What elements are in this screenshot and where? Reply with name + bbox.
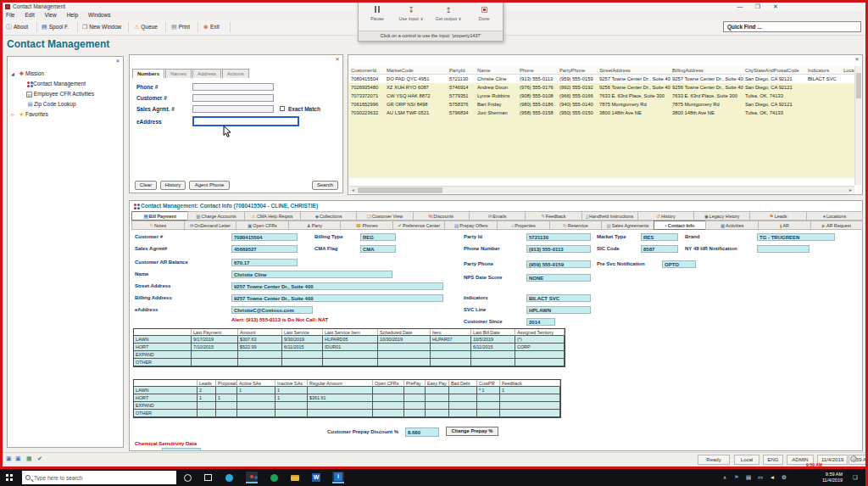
- exit-button[interactable]: ⊗Exit: [203, 21, 220, 33]
- search-panel-close-icon[interactable]: ✕: [334, 56, 341, 62]
- edge-browser-icon[interactable]: [223, 472, 235, 483]
- scroll-right-icon[interactable]: ►: [849, 187, 853, 194]
- eaddress-input[interactable]: [192, 116, 299, 126]
- market-type-value[interactable]: RES: [641, 233, 678, 241]
- tab-bill-payment[interactable]: ▤Bill Payment: [131, 211, 188, 221]
- tab-reservice[interactable]: ↻Reservice: [549, 221, 603, 230]
- billing-address-value[interactable]: 9257 Towne Center Dr., Suite 400: [231, 294, 443, 302]
- recorder-use-input-button[interactable]: ↧Use input ∨: [394, 4, 428, 21]
- tab-charge-accounts[interactable]: ▦Charge Accounts: [187, 211, 244, 221]
- phone-input[interactable]: [192, 83, 274, 91]
- tab-discounts[interactable]: %Discounts: [413, 211, 470, 221]
- exact-match-checkbox[interactable]: [280, 106, 285, 111]
- file-explorer-icon[interactable]: [289, 472, 301, 483]
- ny48-value[interactable]: [757, 245, 810, 253]
- grid-column-header[interactable]: CityStateAndPostalCode: [743, 66, 806, 74]
- tree-node-favorites[interactable]: ▷★Favorites: [11, 109, 94, 120]
- grid-column-header[interactable]: BillingAddress: [670, 66, 743, 74]
- tab-phones[interactable]: ☎Phones: [340, 221, 393, 230]
- tray-clock[interactable]: 9:59 AM 11/4/2019: [822, 472, 843, 483]
- sales-agrmt-value[interactable]: 45669527: [231, 245, 298, 253]
- tab-collections[interactable]: ◆Collections: [300, 211, 357, 221]
- tab-locations[interactable]: ●Locations: [806, 211, 863, 221]
- svc-line-value[interactable]: HPLAWN: [526, 306, 591, 314]
- history-button[interactable]: History: [160, 181, 186, 190]
- sic-code-value[interactable]: 8587: [641, 245, 678, 253]
- taskbar-search[interactable]: [22, 471, 176, 484]
- grid-column-header[interactable]: Loca: [842, 66, 855, 74]
- status-check-icon[interactable]: ✔: [37, 455, 42, 462]
- grid-column-header[interactable]: PartyId: [448, 66, 476, 74]
- tab-cma-help-reqsts[interactable]: ⚠CMA Help Reqsts: [244, 211, 301, 221]
- pre-svc-value[interactable]: OPTO: [662, 260, 696, 268]
- tab-prepay-offers[interactable]: ▤Prepay Offers: [444, 221, 498, 230]
- indicators-value[interactable]: BILACT SVC: [526, 294, 591, 302]
- green-app-icon[interactable]: [268, 472, 280, 483]
- tab-numbers[interactable]: Numbers: [132, 69, 164, 78]
- contact-app-icon[interactable]: [246, 472, 258, 483]
- street-address-value[interactable]: 9257 Towne Center Dr., Suite 400: [231, 282, 443, 290]
- brand-value[interactable]: TG - TRUGREEN: [757, 233, 835, 241]
- tray-speaker-icon[interactable]: ◄: [766, 469, 778, 486]
- table-row[interactable]: OTHER: [134, 359, 565, 366]
- table-row[interactable]: EXPAND: [134, 402, 560, 410]
- menu-view[interactable]: View: [42, 12, 60, 18]
- start-button-icon[interactable]: [6, 474, 8, 477]
- tab-preference-center[interactable]: ✔Preference Center: [392, 221, 446, 230]
- quick-find-input[interactable]: Quick Find ...: [723, 21, 861, 32]
- grid-row[interactable]: 7026935480XZ XUH RYO 60875746914Andrew D…: [349, 83, 854, 92]
- party-phone-value[interactable]: (959) 555-0159: [526, 260, 591, 268]
- grid-row[interactable]: 7080415504DO PAD QYC 49515721130Christie…: [349, 75, 854, 83]
- grid-vertical-scrollbar[interactable]: [854, 66, 861, 185]
- grid-horizontal-scrollbar[interactable]: ◄ ►: [349, 186, 854, 193]
- recorder-done-button[interactable]: Done: [467, 4, 501, 21]
- grid-row[interactable]: 7061652996GR ORP NSI 84985758376Bart Fri…: [349, 100, 854, 109]
- sales-agrmt-input[interactable]: [192, 105, 274, 113]
- taskbar-search-input[interactable]: [34, 475, 161, 481]
- status-window-icon[interactable]: ▣: [6, 455, 12, 462]
- grid-column-header[interactable]: Name: [476, 66, 518, 74]
- tray-monitor-icon[interactable]: ▭: [754, 469, 766, 486]
- table-row[interactable]: LAWN9/17/2019$307.639/30/2019HLPARD0510/…: [134, 336, 565, 344]
- status-panel-icon[interactable]: ▣: [15, 455, 21, 462]
- grid-column-header[interactable]: Phone: [518, 66, 558, 74]
- tree-node-employee-cfr-activities[interactable]: 31 Employee CFR Activities: [11, 89, 94, 99]
- table-row[interactable]: HORT111$361.61: [134, 394, 560, 402]
- new-window-button[interactable]: ❐New Window: [82, 21, 121, 33]
- tab-notes[interactable]: ✎Notes: [131, 221, 185, 230]
- grid-row[interactable]: 7030223632AU LSM TWF 05215796834Joni She…: [349, 109, 854, 117]
- tab-ar-request[interactable]: ▶AR Request: [810, 221, 864, 230]
- menu-file[interactable]: File: [3, 12, 18, 18]
- sidebar-close-icon[interactable]: ✕: [114, 58, 121, 64]
- tab-history[interactable]: ↺History: [637, 211, 694, 221]
- table-row[interactable]: HORT7/10/2015$522.996/11/2015IDUR016/11/…: [134, 344, 565, 351]
- name-value[interactable]: Christie Cline: [231, 271, 392, 278]
- grid-row[interactable]: 7073372071CW YSQ HAK 88725779351Lynne Ro…: [349, 92, 854, 100]
- search-button[interactable]: Search: [312, 181, 338, 190]
- grid-column-header[interactable]: StreetAddress: [598, 66, 670, 74]
- tab-activities[interactable]: ▦Activities: [705, 221, 759, 230]
- prepay-discount-value[interactable]: 8.680: [405, 427, 439, 437]
- customer-number-value[interactable]: 7080415504: [231, 233, 298, 241]
- tab-address[interactable]: Address: [192, 69, 221, 78]
- phone-number-value[interactable]: (913) 555-0113: [526, 245, 591, 253]
- clear-button[interactable]: Clear: [135, 181, 157, 190]
- tab-contact-info[interactable]: ▪Contact Info: [654, 221, 707, 230]
- billing-type-value[interactable]: REG: [360, 233, 396, 241]
- party-id-value[interactable]: 5721130: [526, 233, 591, 241]
- menu-help[interactable]: Help: [64, 12, 81, 18]
- tree-node-zip-code-lookup[interactable]: ▤Zip Code Lookup: [11, 99, 94, 109]
- tab-open-cfrs[interactable]: ▣Open CFRs: [236, 221, 289, 230]
- tab-names[interactable]: Names: [165, 69, 192, 78]
- nps-value[interactable]: NONE: [526, 274, 591, 282]
- scroll-left-icon[interactable]: ◄: [351, 187, 355, 194]
- cma-flag-value[interactable]: CMA: [360, 245, 396, 253]
- ar-balance-value[interactable]: 670.17: [231, 259, 298, 266]
- tree-node-contact-management[interactable]: Contact Management: [11, 79, 94, 89]
- minimize-icon[interactable]: —: [733, 3, 747, 11]
- tab-handheld-instructions[interactable]: ▯Handheld Instructions: [581, 211, 638, 221]
- info-app-icon[interactable]: i: [332, 472, 344, 483]
- restore-icon[interactable]: ❐: [751, 3, 765, 11]
- grid-close-icon[interactable]: ✕: [854, 56, 860, 62]
- tab-leads[interactable]: ⚑Leads: [749, 211, 806, 221]
